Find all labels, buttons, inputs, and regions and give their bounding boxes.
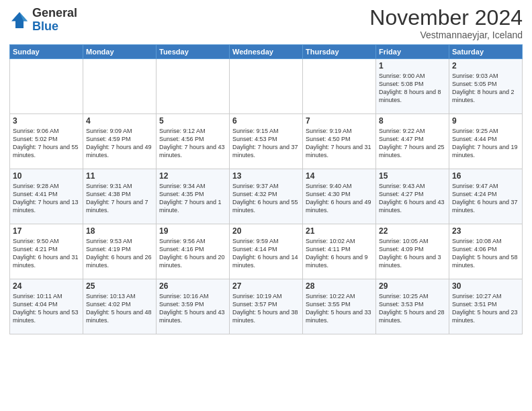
day-info: Sunrise: 10:22 AM Sunset: 3:55 PM Daylig… (306, 292, 373, 325)
calendar-cell: 13Sunrise: 9:37 AM Sunset: 4:32 PM Dayli… (230, 169, 303, 224)
day-number: 27 (232, 281, 300, 291)
calendar-cell: 20Sunrise: 9:59 AM Sunset: 4:14 PM Dayli… (230, 224, 303, 279)
day-info: Sunrise: 10:19 AM Sunset: 3:57 PM Daylig… (232, 292, 300, 325)
day-info: Sunrise: 10:02 AM Sunset: 4:11 PM Daylig… (306, 237, 373, 270)
day-info: Sunrise: 9:09 AM Sunset: 4:59 PM Dayligh… (86, 127, 153, 160)
calendar-cell: 4Sunrise: 9:09 AM Sunset: 4:59 PM Daylig… (83, 114, 157, 169)
col-thursday: Thursday (303, 45, 376, 59)
day-number: 29 (379, 281, 446, 291)
day-info: Sunrise: 9:40 AM Sunset: 4:30 PM Dayligh… (306, 182, 373, 215)
calendar-cell: 21Sunrise: 10:02 AM Sunset: 4:11 PM Dayl… (303, 224, 376, 279)
calendar-cell: 6Sunrise: 9:15 AM Sunset: 4:53 PM Daylig… (230, 114, 303, 169)
calendar-week-2: 3Sunrise: 9:06 AM Sunset: 5:02 PM Daylig… (10, 114, 523, 169)
day-info: Sunrise: 10:16 AM Sunset: 3:59 PM Daylig… (159, 292, 226, 325)
day-number: 25 (86, 281, 153, 291)
calendar-week-5: 24Sunrise: 10:11 AM Sunset: 4:04 PM Dayl… (10, 279, 523, 334)
calendar-cell: 11Sunrise: 9:31 AM Sunset: 4:38 PM Dayli… (83, 169, 157, 224)
day-number: 12 (159, 171, 226, 181)
day-info: Sunrise: 9:12 AM Sunset: 4:56 PM Dayligh… (159, 127, 226, 160)
calendar-cell: 3Sunrise: 9:06 AM Sunset: 5:02 PM Daylig… (10, 114, 83, 169)
day-info: Sunrise: 9:22 AM Sunset: 4:47 PM Dayligh… (379, 127, 446, 160)
calendar-cell: 17Sunrise: 9:50 AM Sunset: 4:21 PM Dayli… (10, 224, 83, 279)
day-info: Sunrise: 9:59 AM Sunset: 4:14 PM Dayligh… (232, 237, 300, 270)
calendar-cell: 2Sunrise: 9:03 AM Sunset: 5:05 PM Daylig… (449, 59, 523, 114)
day-number: 23 (452, 226, 519, 236)
calendar: Sunday Monday Tuesday Wednesday Thursday… (9, 44, 523, 334)
calendar-cell (157, 59, 230, 114)
day-number: 20 (232, 226, 300, 236)
calendar-cell: 14Sunrise: 9:40 AM Sunset: 4:30 PM Dayli… (303, 169, 376, 224)
calendar-cell: 12Sunrise: 9:34 AM Sunset: 4:35 PM Dayli… (157, 169, 230, 224)
calendar-header: Sunday Monday Tuesday Wednesday Thursday… (10, 45, 523, 59)
day-number: 3 (13, 116, 80, 126)
calendar-cell (10, 59, 83, 114)
calendar-cell: 25Sunrise: 10:13 AM Sunset: 4:02 PM Dayl… (83, 279, 157, 334)
day-number: 11 (86, 171, 153, 181)
calendar-cell: 24Sunrise: 10:11 AM Sunset: 4:04 PM Dayl… (10, 279, 83, 334)
day-info: Sunrise: 10:13 AM Sunset: 4:02 PM Daylig… (86, 292, 153, 325)
calendar-cell: 16Sunrise: 9:47 AM Sunset: 4:24 PM Dayli… (449, 169, 523, 224)
day-number: 9 (452, 116, 519, 126)
day-info: Sunrise: 9:28 AM Sunset: 4:41 PM Dayligh… (13, 182, 80, 215)
col-saturday: Saturday (449, 45, 523, 59)
day-info: Sunrise: 9:19 AM Sunset: 4:50 PM Dayligh… (306, 127, 373, 160)
page: General Blue November 2024 Vestmannaeyja… (0, 0, 532, 411)
day-number: 6 (232, 116, 300, 126)
day-info: Sunrise: 9:25 AM Sunset: 4:44 PM Dayligh… (452, 127, 519, 160)
calendar-cell (83, 59, 157, 114)
day-info: Sunrise: 10:08 AM Sunset: 4:06 PM Daylig… (452, 237, 519, 270)
day-info: Sunrise: 10:27 AM Sunset: 3:51 PM Daylig… (452, 292, 519, 325)
day-info: Sunrise: 9:50 AM Sunset: 4:21 PM Dayligh… (13, 237, 80, 270)
day-info: Sunrise: 9:56 AM Sunset: 4:16 PM Dayligh… (159, 237, 226, 270)
day-number: 10 (13, 171, 80, 181)
day-number: 13 (232, 171, 300, 181)
month-title: November 2024 (369, 7, 523, 28)
day-number: 14 (306, 171, 373, 181)
day-info: Sunrise: 9:34 AM Sunset: 4:35 PM Dayligh… (159, 182, 226, 215)
calendar-cell: 10Sunrise: 9:28 AM Sunset: 4:41 PM Dayli… (10, 169, 83, 224)
day-number: 22 (379, 226, 446, 236)
col-friday: Friday (376, 45, 449, 59)
calendar-body: 1Sunrise: 9:00 AM Sunset: 5:08 PM Daylig… (10, 59, 523, 334)
calendar-cell: 23Sunrise: 10:08 AM Sunset: 4:06 PM Dayl… (449, 224, 523, 279)
day-info: Sunrise: 10:05 AM Sunset: 4:09 PM Daylig… (379, 237, 446, 270)
logo: General Blue (9, 7, 77, 34)
calendar-cell (230, 59, 303, 114)
logo-general: General (32, 6, 77, 19)
day-info: Sunrise: 9:15 AM Sunset: 4:53 PM Dayligh… (232, 127, 300, 160)
day-number: 21 (306, 226, 373, 236)
col-tuesday: Tuesday (157, 45, 230, 59)
day-info: Sunrise: 10:25 AM Sunset: 3:53 PM Daylig… (379, 292, 446, 325)
day-number: 19 (159, 226, 226, 236)
calendar-week-1: 1Sunrise: 9:00 AM Sunset: 5:08 PM Daylig… (10, 59, 523, 114)
day-number: 26 (159, 281, 226, 291)
calendar-cell: 19Sunrise: 9:56 AM Sunset: 4:16 PM Dayli… (157, 224, 230, 279)
day-info: Sunrise: 9:43 AM Sunset: 4:27 PM Dayligh… (379, 182, 446, 215)
day-number: 5 (159, 116, 226, 126)
day-info: Sunrise: 9:31 AM Sunset: 4:38 PM Dayligh… (86, 182, 153, 215)
day-number: 1 (379, 61, 446, 71)
calendar-cell: 5Sunrise: 9:12 AM Sunset: 4:56 PM Daylig… (157, 114, 230, 169)
day-info: Sunrise: 9:53 AM Sunset: 4:19 PM Dayligh… (86, 237, 153, 270)
calendar-cell: 9Sunrise: 9:25 AM Sunset: 4:44 PM Daylig… (449, 114, 523, 169)
day-number: 7 (306, 116, 373, 126)
calendar-cell: 29Sunrise: 10:25 AM Sunset: 3:53 PM Dayl… (376, 279, 449, 334)
col-sunday: Sunday (10, 45, 83, 59)
location: Vestmannaeyjar, Iceland (369, 30, 523, 40)
day-number: 30 (452, 281, 519, 291)
day-info: Sunrise: 9:37 AM Sunset: 4:32 PM Dayligh… (232, 182, 300, 215)
header-row: Sunday Monday Tuesday Wednesday Thursday… (10, 45, 523, 59)
calendar-cell (303, 59, 376, 114)
logo-icon (9, 10, 30, 30)
col-monday: Monday (83, 45, 157, 59)
day-info: Sunrise: 10:11 AM Sunset: 4:04 PM Daylig… (13, 292, 80, 325)
calendar-cell: 28Sunrise: 10:22 AM Sunset: 3:55 PM Dayl… (303, 279, 376, 334)
day-number: 16 (452, 171, 519, 181)
day-number: 18 (86, 226, 153, 236)
day-number: 8 (379, 116, 446, 126)
logo-blue: Blue (32, 19, 58, 33)
day-number: 2 (452, 61, 519, 71)
calendar-cell: 7Sunrise: 9:19 AM Sunset: 4:50 PM Daylig… (303, 114, 376, 169)
day-number: 4 (86, 116, 153, 126)
day-number: 17 (13, 226, 80, 236)
